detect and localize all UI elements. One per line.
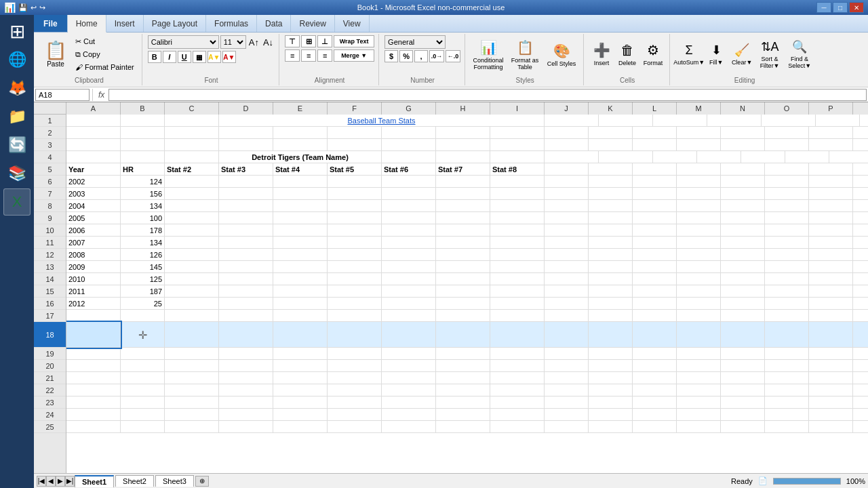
cell-A10[interactable]: 2006 bbox=[66, 224, 121, 237]
cell-Q18[interactable] bbox=[853, 322, 868, 348]
cell-K3[interactable] bbox=[589, 139, 633, 151]
col-header-C[interactable]: C bbox=[165, 102, 219, 115]
cell-M17[interactable] bbox=[677, 310, 721, 322]
bold-button[interactable]: B bbox=[148, 51, 161, 63]
cell-O14[interactable] bbox=[765, 273, 809, 285]
cell-J14[interactable] bbox=[545, 273, 589, 285]
cell-P12[interactable] bbox=[809, 249, 853, 261]
cell-O18[interactable] bbox=[765, 322, 809, 348]
cell-L9[interactable] bbox=[633, 212, 677, 224]
cell-F2[interactable] bbox=[328, 127, 382, 139]
currency-button[interactable]: $ bbox=[384, 50, 398, 62]
cell-E19[interactable] bbox=[273, 348, 328, 360]
increase-font-icon[interactable]: A↑ bbox=[248, 37, 260, 47]
cell-E18[interactable] bbox=[273, 322, 328, 348]
tab-review[interactable]: Review bbox=[291, 15, 334, 32]
cell-L11[interactable] bbox=[633, 237, 677, 249]
cell-K1[interactable] bbox=[860, 115, 868, 127]
cell-H3[interactable] bbox=[436, 139, 490, 151]
cell-Q14[interactable] bbox=[853, 273, 868, 285]
cell-I18[interactable] bbox=[490, 322, 545, 348]
cell-N19[interactable] bbox=[721, 348, 765, 360]
cell-I25[interactable] bbox=[490, 421, 545, 433]
close-btn[interactable]: ✕ bbox=[849, 2, 864, 13]
cell-L17[interactable] bbox=[633, 310, 677, 322]
tab-page-layout[interactable]: Page Layout bbox=[144, 15, 206, 32]
cell-N2[interactable] bbox=[721, 127, 765, 139]
cell-E1[interactable] bbox=[545, 115, 599, 127]
cell-B13[interactable]: 145 bbox=[121, 261, 165, 273]
cell-G16[interactable] bbox=[382, 298, 436, 310]
cell-B1[interactable] bbox=[121, 115, 165, 127]
cell-N12[interactable] bbox=[721, 249, 765, 261]
col-header-M[interactable]: M bbox=[677, 102, 721, 115]
cell-Q7[interactable] bbox=[853, 188, 868, 200]
cell-E10[interactable] bbox=[273, 224, 328, 237]
cell-Q9[interactable] bbox=[853, 212, 868, 224]
cell-K10[interactable] bbox=[589, 224, 633, 237]
cell-K22[interactable] bbox=[589, 384, 633, 396]
col-header-B[interactable]: B bbox=[121, 102, 165, 115]
cell-G17[interactable] bbox=[382, 310, 436, 322]
cell-D23[interactable] bbox=[219, 396, 273, 409]
sheet-tab-3[interactable]: Sheet3 bbox=[155, 475, 194, 487]
cell-P24[interactable] bbox=[809, 409, 853, 421]
cell-J7[interactable] bbox=[545, 188, 589, 200]
cell-F24[interactable] bbox=[328, 409, 382, 421]
cell-H23[interactable] bbox=[436, 396, 490, 409]
cell-M22[interactable] bbox=[677, 384, 721, 396]
row-num-23[interactable]: 23 bbox=[34, 396, 66, 409]
cell-P22[interactable] bbox=[809, 384, 853, 396]
cell-P17[interactable] bbox=[809, 310, 853, 322]
cell-N25[interactable] bbox=[721, 421, 765, 433]
cell-K9[interactable] bbox=[589, 212, 633, 224]
cell-M5[interactable] bbox=[677, 163, 721, 176]
cell-H4[interactable] bbox=[545, 151, 599, 163]
cell-P7[interactable] bbox=[809, 188, 853, 200]
cell-L4[interactable] bbox=[741, 151, 785, 163]
col-header-Q[interactable]: Q bbox=[853, 102, 868, 115]
cell-I8[interactable] bbox=[490, 200, 545, 212]
cell-H9[interactable] bbox=[436, 212, 490, 224]
cell-L10[interactable] bbox=[633, 224, 677, 237]
cell-Q12[interactable] bbox=[853, 249, 868, 261]
cell-K16[interactable] bbox=[589, 298, 633, 310]
cell-H8[interactable] bbox=[436, 200, 490, 212]
col-header-F[interactable]: F bbox=[328, 102, 382, 115]
cell-L25[interactable] bbox=[633, 421, 677, 433]
cell-M4[interactable] bbox=[785, 151, 829, 163]
tab-insert[interactable]: Insert bbox=[106, 15, 144, 32]
quick-access-undo[interactable]: ↩ bbox=[31, 3, 37, 12]
cell-B20[interactable] bbox=[121, 360, 165, 372]
cell-O8[interactable] bbox=[765, 200, 809, 212]
cell-E11[interactable] bbox=[273, 237, 328, 249]
cell-I2[interactable] bbox=[490, 127, 545, 139]
cell-G8[interactable] bbox=[382, 200, 436, 212]
cell-K18[interactable] bbox=[589, 322, 633, 348]
cell-O2[interactable] bbox=[765, 127, 809, 139]
cell-A13[interactable]: 2009 bbox=[66, 261, 121, 273]
cell-G14[interactable] bbox=[382, 273, 436, 285]
cell-A19[interactable] bbox=[66, 348, 121, 360]
cell-G22[interactable] bbox=[382, 384, 436, 396]
cell-I1[interactable] bbox=[762, 115, 816, 127]
cell-P18[interactable] bbox=[809, 322, 853, 348]
cell-M10[interactable] bbox=[677, 224, 721, 237]
cell-C11[interactable] bbox=[165, 237, 219, 249]
cell-E14[interactable] bbox=[273, 273, 328, 285]
cell-Q20[interactable] bbox=[853, 360, 868, 372]
cell-G23[interactable] bbox=[382, 396, 436, 409]
cell-F25[interactable] bbox=[328, 421, 382, 433]
cell-K20[interactable] bbox=[589, 360, 633, 372]
cell-I10[interactable] bbox=[490, 224, 545, 237]
col-header-L[interactable]: L bbox=[633, 102, 677, 115]
cell-Q17[interactable] bbox=[853, 310, 868, 322]
cell-O11[interactable] bbox=[765, 237, 809, 249]
cell-G15[interactable] bbox=[382, 285, 436, 298]
cell-H22[interactable] bbox=[436, 384, 490, 396]
tab-formulas[interactable]: Formulas bbox=[206, 15, 257, 32]
cell-N24[interactable] bbox=[721, 409, 765, 421]
cell-P25[interactable] bbox=[809, 421, 853, 433]
cell-H15[interactable] bbox=[436, 285, 490, 298]
cell-L12[interactable] bbox=[633, 249, 677, 261]
